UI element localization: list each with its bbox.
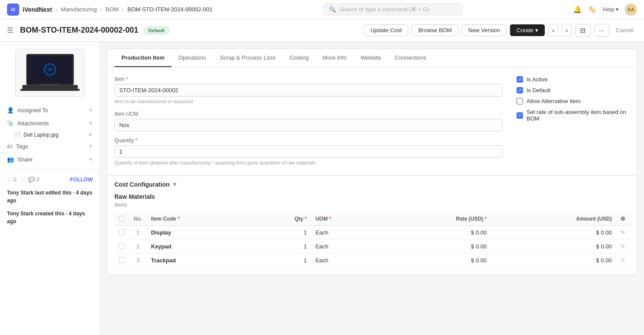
item-input[interactable] — [114, 84, 503, 97]
row-1-edit-cell: ✎ — [616, 225, 630, 239]
select-all-checkbox[interactable] — [119, 216, 125, 222]
is-active-checkbox[interactable] — [517, 76, 523, 83]
cost-config-chevron: ▾ — [173, 181, 176, 188]
assigned-to-add-icon[interactable]: + — [89, 106, 93, 114]
share-add-icon[interactable]: + — [89, 155, 93, 163]
is-default-checkbox-row: Is Default — [517, 87, 630, 94]
breadcrumb-sep-1: › — [56, 6, 57, 13]
activity-action-1: last edited this · — [35, 190, 76, 196]
row-1-checkbox[interactable] — [119, 229, 125, 235]
quantity-input[interactable] — [114, 145, 503, 158]
sidebar-share[interactable]: 👥 Share + — [0, 153, 100, 166]
table-row: 3 Trackpad 1 Each $ 0.00 $ 0.00 ✎ — [114, 253, 630, 267]
set-rate-checkbox[interactable] — [517, 112, 523, 119]
row-2-checkbox-cell — [114, 239, 129, 253]
laptop-svg — [17, 51, 83, 94]
is-default-checkbox[interactable] — [517, 87, 523, 94]
sidebar-assigned-to[interactable]: 👤 Assigned To + — [0, 104, 100, 117]
row-2-checkbox[interactable] — [119, 243, 125, 249]
create-button[interactable]: Create ▾ — [510, 24, 545, 36]
row-2-qty: 1 — [252, 239, 311, 253]
row-3-rate: $ 0.00 — [380, 253, 491, 267]
app-brand: iVendNext — [23, 6, 52, 13]
attachments-add-icon[interactable]: + — [89, 119, 93, 127]
help-button[interactable]: Help ▾ — [603, 6, 619, 13]
share-label: Share — [17, 156, 33, 163]
tab-operations[interactable]: Operations — [171, 49, 213, 67]
item-uom-label: Item UOM — [114, 111, 503, 117]
row-1-item-code[interactable]: Display — [147, 225, 252, 239]
cancel-button[interactable]: Cancel — [613, 25, 637, 36]
activity-section: ♡ 0 · 💬 0 FOLLOW — [0, 173, 100, 186]
tab-connections[interactable]: Connections — [388, 49, 433, 67]
row-1-qty: 1 — [252, 225, 311, 239]
activity-log-1: Tony Stark last edited this · 4 days ago — [0, 186, 100, 207]
heart-icon: ♡ — [7, 177, 12, 183]
row-1-rate: $ 0.00 — [380, 225, 491, 239]
prev-button[interactable]: ‹ — [548, 24, 558, 37]
table-header: No. Item Code * Qty * UOM — [114, 212, 630, 226]
raw-materials-title: Raw Materials — [114, 193, 630, 200]
attachment-filename[interactable]: Dell Laptop.jpg — [23, 132, 58, 138]
attachment-file-row: 📄 Dell Laptop.jpg ✕ — [0, 130, 100, 140]
set-rate-label: Set rate of sub-assembly item based on B… — [527, 109, 630, 122]
tags-icon: 🏷 — [7, 143, 13, 150]
tags-add-icon[interactable]: + — [89, 142, 93, 150]
product-image — [15, 49, 85, 97]
next-button[interactable]: › — [562, 24, 572, 37]
form-right: Is Active Is Default Allow Alternative I… — [517, 76, 630, 167]
cost-config-header[interactable]: Cost Configuration ▾ — [107, 175, 637, 193]
row-3-item-code[interactable]: Trackpad — [147, 253, 252, 267]
search-bar[interactable]: 🔍 Search or type a command (⌘ + G) — [323, 3, 463, 15]
tab-costing[interactable]: Costing — [282, 49, 315, 67]
browse-bom-button[interactable]: Browse BOM — [412, 24, 458, 36]
tab-production-item[interactable]: Production Item — [114, 49, 171, 67]
update-cost-button[interactable]: Update Cost — [364, 24, 408, 36]
avatar[interactable]: AA — [625, 3, 637, 16]
table-body: 1 Display 1 Each $ 0.00 $ 0.00 ✎ — [114, 225, 630, 267]
breadcrumb-manufacturing[interactable]: Manufacturing — [61, 6, 97, 13]
more-button[interactable]: ··· — [594, 24, 609, 37]
settings-icon[interactable]: ⚙ — [621, 216, 625, 222]
tab-website[interactable]: Website — [353, 49, 388, 67]
likes-count[interactable]: ♡ 0 — [7, 177, 17, 183]
doc-header: ☰ BOM-STO-ITEM-2024-00002-001 Default Up… — [0, 19, 644, 42]
allow-alternative-checkbox[interactable] — [517, 98, 523, 104]
sidebar-attachments[interactable]: 📎 Attachments + — [0, 117, 100, 130]
item-uom-input[interactable] — [114, 119, 503, 131]
row-2-rate: $ 0.00 — [380, 239, 491, 253]
row-1-no: 1 — [129, 225, 147, 239]
follow-button[interactable]: FOLLOW — [70, 177, 93, 183]
file-icon: 📄 — [14, 131, 21, 138]
row-1-edit-icon[interactable]: ✎ — [621, 229, 625, 236]
comments-count[interactable]: 💬 0 — [28, 177, 40, 183]
print-button[interactable]: ⊟ — [575, 24, 590, 37]
new-version-button[interactable]: New Version — [462, 24, 506, 36]
comment-icon: 💬 — [28, 177, 35, 183]
raw-materials-items-label: Items — [114, 202, 630, 208]
svg-rect-4 — [20, 89, 79, 91]
is-active-checkbox-row: Is Active — [517, 76, 630, 83]
row-3-checkbox[interactable] — [119, 257, 125, 263]
breadcrumb-sep-3: › — [122, 6, 124, 13]
hamburger-icon[interactable]: ☰ — [7, 26, 13, 34]
th-settings: ⚙ — [616, 212, 630, 226]
th-uom: UOM * — [311, 212, 380, 226]
navbar-left: iV iVendNext › Manufacturing › BOM › BOM… — [7, 3, 212, 16]
row-2-edit-cell: ✎ — [616, 239, 630, 253]
tab-scrap-process-loss[interactable]: Scrap & Process Loss — [213, 49, 283, 67]
sidebar-tags[interactable]: 🏷 Tags + — [0, 140, 100, 153]
row-3-qty: 1 — [252, 253, 311, 267]
row-3-edit-icon[interactable]: ✎ — [621, 257, 625, 264]
activity-log-2: Tony Stark created this · 4 days ago — [0, 207, 100, 228]
row-2-edit-icon[interactable]: ✎ — [621, 243, 625, 250]
tags-label: Tags — [16, 143, 28, 150]
row-2-item-code[interactable]: Keypad — [147, 239, 252, 253]
breadcrumb-bom[interactable]: BOM — [106, 6, 119, 13]
tag-icon[interactable]: 🏷️ — [588, 5, 597, 13]
delete-attachment-icon[interactable]: ✕ — [88, 131, 93, 138]
navbar-right: 🔔 🏷️ Help ▾ AA — [573, 3, 637, 16]
bell-icon[interactable]: 🔔 — [573, 5, 582, 13]
tab-more-info[interactable]: More Info — [316, 49, 354, 67]
app-logo[interactable]: iV — [7, 3, 19, 16]
